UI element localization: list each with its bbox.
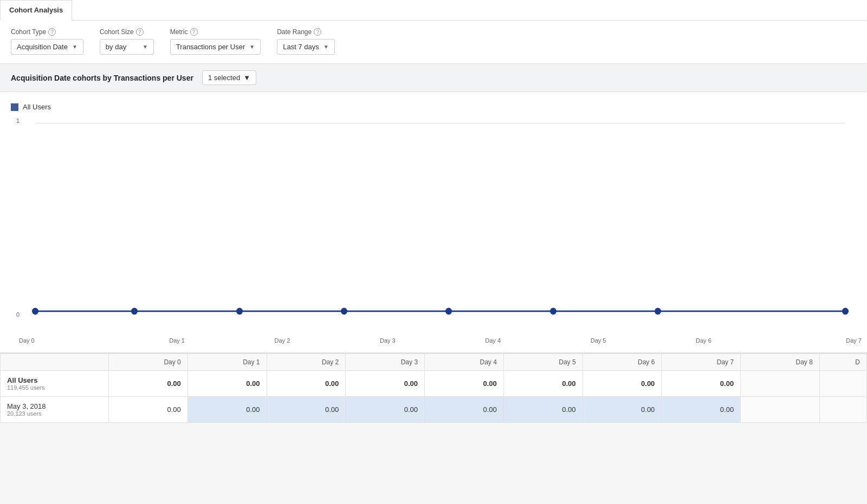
data-table-wrapper: Day 0 Day 1 Day 2 Day 3 Day 4 Day 5 Day … <box>0 352 867 423</box>
td-all-users-day7: 0.00 <box>662 371 741 397</box>
td-may3-day5: 0.00 <box>503 397 583 423</box>
td-all-users-day4: 0.00 <box>425 371 504 397</box>
data-table: Day 0 Day 1 Day 2 Day 3 Day 4 Day 5 Day … <box>0 354 867 423</box>
chart-header: Acquisition Date cohorts by Transactions… <box>0 64 867 92</box>
tab-cohort-analysis[interactable]: Cohort Analysis <box>0 0 72 21</box>
svg-point-3 <box>131 308 138 315</box>
x-label-day3: Day 3 <box>335 337 440 344</box>
metric-dropdown[interactable]: Transactions per User ▼ <box>170 39 261 55</box>
chart-area: All Users 1 0 <box>0 92 867 334</box>
date-range-group: Date Range ? Last 7 days ▼ <box>277 28 334 55</box>
cohort-size-arrow-icon: ▼ <box>143 44 148 50</box>
td-may3-day3: 0.00 <box>346 397 425 423</box>
th-day0: Day 0 <box>109 354 188 371</box>
cohort-type-help-icon[interactable]: ? <box>48 28 56 36</box>
x-label-day0: Day 0 <box>19 337 124 344</box>
metric-arrow-icon: ▼ <box>249 44 255 50</box>
td-all-users-day8 <box>741 371 820 397</box>
th-day3: Day 3 <box>346 354 425 371</box>
tab-bar: Cohort Analysis <box>0 0 867 21</box>
th-day2: Day 2 <box>267 354 346 371</box>
chart-svg <box>16 117 851 334</box>
td-may3-day4: 0.00 <box>425 397 504 423</box>
cohort-size-group: Cohort Size ? by day ▼ <box>100 28 154 55</box>
date-range-label: Date Range ? <box>277 28 334 36</box>
td-all-users-day0: 0.00 <box>109 371 188 397</box>
th-label <box>1 354 109 371</box>
date-range-dropdown[interactable]: Last 7 days ▼ <box>277 39 334 55</box>
date-range-arrow-icon: ▼ <box>323 44 329 50</box>
svg-point-8 <box>655 308 661 315</box>
cohort-size-label: Cohort Size ? <box>100 28 154 36</box>
th-day1: Day 1 <box>187 354 267 371</box>
legend-color-box <box>11 103 18 111</box>
td-may3-day6: 0.00 <box>583 397 662 423</box>
th-day6: Day 6 <box>583 354 662 371</box>
td-all-users-day3: 0.00 <box>346 371 425 397</box>
cohort-type-group: Cohort Type ? Acquisition Date ▼ <box>11 28 83 55</box>
svg-point-9 <box>842 308 849 315</box>
td-all-users-day1: 0.00 <box>187 371 267 397</box>
cohort-size-dropdown[interactable]: by day ▼ <box>100 39 154 55</box>
th-day4: Day 4 <box>425 354 504 371</box>
td-all-users-day9 <box>819 371 866 397</box>
td-all-users-day2: 0.00 <box>267 371 346 397</box>
selected-dropdown[interactable]: 1 selected ▼ <box>202 70 256 85</box>
cohort-type-arrow-icon: ▼ <box>72 44 77 50</box>
cohort-size-help-icon[interactable]: ? <box>136 28 144 36</box>
chart-container: 1 0 <box>16 117 851 334</box>
td-may3-day0: 0.00 <box>109 397 188 423</box>
th-day8: Day 8 <box>741 354 820 371</box>
chart-title: Acquisition Date cohorts by Transactions… <box>11 74 193 82</box>
selected-arrow-icon: ▼ <box>243 74 250 82</box>
table-row-all-users: All Users 119,455 users 0.00 0.00 0.00 0… <box>1 371 867 397</box>
td-may3-day8 <box>741 397 820 423</box>
legend-label: All Users <box>23 103 51 111</box>
svg-point-6 <box>445 308 452 315</box>
x-label-day1: Day 1 <box>124 337 229 344</box>
svg-point-4 <box>236 308 243 315</box>
y-axis-top-label: 1 <box>16 117 20 124</box>
th-day9: D <box>819 354 866 371</box>
x-label-day2: Day 2 <box>230 337 335 344</box>
th-day7: Day 7 <box>662 354 741 371</box>
td-may3-day7: 0.00 <box>662 397 741 423</box>
x-label-day7: Day 7 <box>756 337 862 344</box>
chart-legend: All Users <box>11 103 856 111</box>
date-range-help-icon[interactable]: ? <box>314 28 321 36</box>
controls-bar: Cohort Type ? Acquisition Date ▼ Cohort … <box>0 21 867 64</box>
metric-group: Metric ? Transactions per User ▼ <box>170 28 261 55</box>
td-may3-day1: 0.00 <box>187 397 267 423</box>
td-all-users-label: All Users 119,455 users <box>1 371 109 397</box>
x-axis-labels: Day 0 Day 1 Day 2 Day 3 Day 4 Day 5 Day … <box>0 334 867 352</box>
th-day5: Day 5 <box>503 354 583 371</box>
table-row-may3: May 3, 2018 20,123 users 0.00 0.00 0.00 … <box>1 397 867 423</box>
td-may3-day2: 0.00 <box>267 397 346 423</box>
td-all-users-day5: 0.00 <box>503 371 583 397</box>
x-label-day4: Day 4 <box>441 337 546 344</box>
td-may3-day9 <box>819 397 866 423</box>
y-axis-bottom-label: 0 <box>16 311 20 318</box>
svg-point-5 <box>341 308 347 315</box>
table-header-row: Day 0 Day 1 Day 2 Day 3 Day 4 Day 5 Day … <box>1 354 867 371</box>
svg-point-2 <box>32 308 38 315</box>
x-label-day6: Day 6 <box>651 337 756 344</box>
td-all-users-day6: 0.00 <box>583 371 662 397</box>
x-label-day5: Day 5 <box>546 337 651 344</box>
td-may3-label: May 3, 2018 20,123 users <box>1 397 109 423</box>
cohort-type-dropdown[interactable]: Acquisition Date ▼ <box>11 39 83 55</box>
svg-point-7 <box>550 308 557 315</box>
metric-help-icon[interactable]: ? <box>190 28 198 36</box>
cohort-type-label: Cohort Type ? <box>11 28 83 36</box>
metric-label: Metric ? <box>170 28 261 36</box>
